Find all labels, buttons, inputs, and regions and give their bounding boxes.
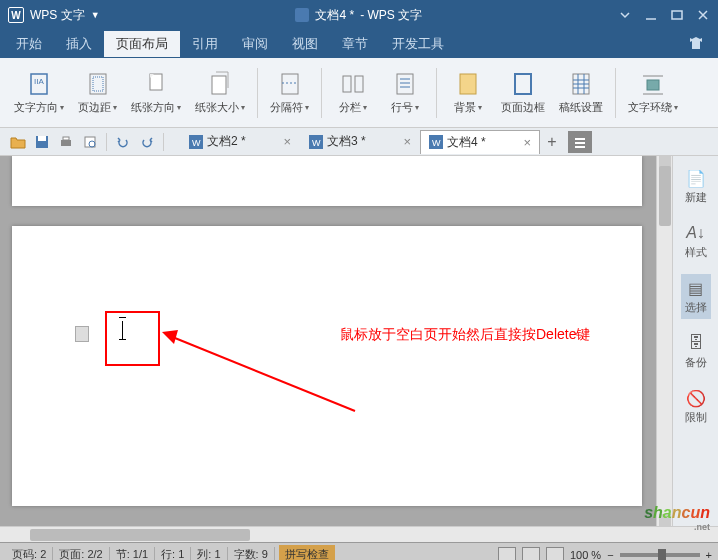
side-backup[interactable]: 🗄备份	[681, 329, 711, 374]
scroll-thumb[interactable]	[659, 166, 671, 226]
svg-rect-17	[515, 74, 531, 94]
close-tab-icon[interactable]: ×	[523, 135, 531, 150]
status-word-count[interactable]: 字数: 9	[228, 547, 275, 560]
doc-tab-1[interactable]: W 文档2 * ×	[180, 129, 300, 154]
document-area[interactable]: 鼠标放于空白页开始然后直接按Delete键	[0, 156, 656, 526]
chevron-down-icon: ▾	[241, 103, 245, 112]
zoom-out-button[interactable]: −	[607, 549, 613, 561]
maximize-button[interactable]	[670, 8, 684, 22]
close-tab-icon[interactable]: ×	[403, 134, 411, 149]
ribbon: IIA 文字方向▾ 页边距▾ 纸张方向▾ 纸张大小▾ 分隔符▾ 分栏▾ 行号▾ …	[0, 58, 718, 128]
doc-title: 文档4 *	[315, 7, 354, 24]
chevron-down-icon: ▾	[305, 103, 309, 112]
svg-rect-12	[397, 74, 413, 94]
ribbon-background[interactable]: 背景▾	[443, 63, 493, 123]
svg-rect-11	[355, 76, 363, 92]
menu-start[interactable]: 开始	[4, 31, 54, 57]
svg-rect-40	[575, 142, 585, 144]
menu-insert[interactable]: 插入	[54, 31, 104, 57]
close-button[interactable]	[696, 8, 710, 22]
size-icon	[206, 70, 234, 98]
chevron-down-icon: ▾	[363, 103, 367, 112]
view-outline-button[interactable]	[522, 547, 540, 561]
titlebar-dropdown-icon[interactable]: ▼	[91, 10, 100, 20]
ribbon-breaks[interactable]: 分隔符▾	[264, 63, 315, 123]
zoom-slider[interactable]	[620, 553, 700, 557]
margins-icon	[84, 70, 112, 98]
status-page[interactable]: 页面: 2/2	[53, 547, 109, 560]
redo-button[interactable]	[135, 131, 159, 153]
svg-rect-29	[61, 140, 71, 146]
status-page-no[interactable]: 页码: 2	[6, 547, 53, 560]
chevron-down-icon: ▾	[113, 103, 117, 112]
ribbon-page-borders[interactable]: 页面边框	[495, 63, 551, 123]
ribbon-line-numbers[interactable]: 行号▾	[380, 63, 430, 123]
horizontal-scrollbar[interactable]	[0, 526, 718, 542]
ribbon-columns[interactable]: 分栏▾	[328, 63, 378, 123]
menu-developer[interactable]: 开发工具	[380, 31, 456, 57]
line-numbers-icon	[391, 70, 419, 98]
side-style[interactable]: A↓样式	[681, 219, 711, 264]
svg-rect-16	[460, 74, 476, 94]
save-button[interactable]	[30, 131, 54, 153]
zoom-slider-thumb[interactable]	[658, 549, 666, 561]
chevron-down-icon: ▾	[177, 103, 181, 112]
ribbon-collapse-icon[interactable]	[618, 8, 632, 22]
text-cursor-icon	[122, 321, 123, 339]
doc-tab-label: 文档2 *	[207, 133, 246, 150]
vertical-scrollbar[interactable]	[656, 156, 672, 526]
ribbon-manuscript[interactable]: 稿纸设置	[553, 63, 609, 123]
svg-text:W: W	[432, 138, 441, 148]
side-panel: 📄新建 A↓样式 ▤选择 🗄备份 🚫限制	[672, 156, 718, 526]
ribbon-size[interactable]: 纸张大小▾	[189, 63, 251, 123]
close-tab-icon[interactable]: ×	[283, 134, 291, 149]
menu-page-layout[interactable]: 页面布局	[104, 31, 180, 57]
zoom-in-button[interactable]: +	[706, 549, 712, 561]
breaks-icon	[276, 70, 304, 98]
svg-rect-8	[282, 74, 298, 94]
svg-text:IIA: IIA	[34, 77, 44, 86]
menu-review[interactable]: 审阅	[230, 31, 280, 57]
chevron-down-icon: ▾	[674, 103, 678, 112]
side-new[interactable]: 📄新建	[681, 164, 711, 209]
print-button[interactable]	[54, 131, 78, 153]
svg-rect-30	[63, 137, 69, 140]
ribbon-text-direction[interactable]: IIA 文字方向▾	[8, 63, 70, 123]
status-spellcheck[interactable]: 拼写检查	[279, 545, 335, 560]
hscroll-thumb[interactable]	[30, 529, 250, 541]
page-1[interactable]	[12, 156, 642, 206]
word-doc-icon: W	[429, 135, 443, 149]
ribbon-text-wrap[interactable]: 文字环绕▾	[622, 63, 684, 123]
tab-list-button[interactable]	[568, 131, 592, 153]
view-print-layout-button[interactable]	[498, 547, 516, 561]
manuscript-icon	[567, 70, 595, 98]
print-preview-button[interactable]	[78, 131, 102, 153]
menu-view[interactable]: 视图	[280, 31, 330, 57]
page-borders-icon	[509, 70, 537, 98]
menu-section[interactable]: 章节	[330, 31, 380, 57]
undo-button[interactable]	[111, 131, 135, 153]
minimize-button[interactable]	[644, 8, 658, 22]
new-file-icon: 📄	[686, 168, 706, 188]
side-restrict[interactable]: 🚫限制	[681, 384, 711, 429]
doc-tab-2[interactable]: W 文档3 * ×	[300, 129, 420, 154]
page-indicator-icon	[75, 326, 89, 342]
status-col[interactable]: 列: 1	[191, 547, 227, 560]
side-select[interactable]: ▤选择	[681, 274, 711, 319]
open-button[interactable]	[6, 131, 30, 153]
annotation-highlight-box	[105, 311, 160, 366]
page-2[interactable]	[12, 226, 642, 506]
doc-tab-3[interactable]: W 文档4 * ×	[420, 130, 540, 154]
ribbon-orientation[interactable]: 纸张方向▾	[125, 63, 187, 123]
zoom-value[interactable]: 100 %	[570, 549, 601, 561]
doc-tab-label: 文档3 *	[327, 133, 366, 150]
status-section[interactable]: 节: 1/1	[110, 547, 155, 560]
view-web-button[interactable]	[546, 547, 564, 561]
menu-references[interactable]: 引用	[180, 31, 230, 57]
app-name: WPS 文字	[30, 7, 85, 24]
theme-icon[interactable]	[688, 35, 714, 54]
add-tab-button[interactable]: +	[540, 131, 564, 153]
status-row[interactable]: 行: 1	[155, 547, 191, 560]
select-icon: ▤	[686, 278, 706, 298]
ribbon-margins[interactable]: 页边距▾	[72, 63, 123, 123]
